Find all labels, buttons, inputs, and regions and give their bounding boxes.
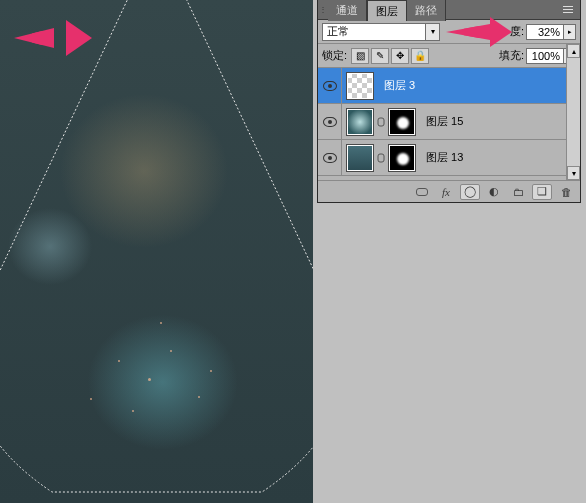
opacity-label: 度: <box>510 24 524 39</box>
sparkle <box>170 350 172 352</box>
layers-scrollbar[interactable]: ▴ ▾ <box>566 44 580 180</box>
mask-link-icon[interactable] <box>377 151 385 165</box>
new-group-icon[interactable]: 🗀 <box>508 184 528 200</box>
panel-menu-icon[interactable] <box>559 3 577 17</box>
fill-input[interactable]: 100% <box>526 48 564 64</box>
canvas-area[interactable] <box>0 0 313 503</box>
layer-name[interactable]: 图层 13 <box>426 150 463 165</box>
scroll-track[interactable] <box>567 58 580 166</box>
eye-icon <box>323 153 337 163</box>
opacity-value: 32% <box>538 26 560 38</box>
lock-pixels-icon[interactable]: ✎ <box>371 48 389 64</box>
fill-value: 100% <box>532 50 560 62</box>
layer-visibility-toggle[interactable] <box>318 68 342 103</box>
blend-mode-select[interactable]: 正常 <box>322 23 426 41</box>
tab-layers[interactable]: 图层 <box>367 0 407 21</box>
fill-label: 填充: <box>499 48 524 63</box>
sparkle <box>198 396 200 398</box>
sparkle <box>118 360 120 362</box>
delete-layer-icon[interactable]: 🗑 <box>556 184 576 200</box>
tab-channels[interactable]: 通道 <box>328 0 367 21</box>
scroll-up-icon[interactable]: ▴ <box>567 44 580 58</box>
sparkle <box>148 378 151 381</box>
layer-thumbnail[interactable] <box>346 144 374 172</box>
new-layer-icon[interactable]: ❏ <box>532 184 552 200</box>
opacity-input[interactable]: 32% <box>526 24 564 40</box>
layer-name[interactable]: 图层 3 <box>384 78 415 93</box>
link-layers-icon[interactable] <box>412 184 432 200</box>
fx-icon[interactable]: fx <box>436 184 456 200</box>
svg-rect-0 <box>378 118 384 126</box>
eye-icon <box>323 81 337 91</box>
layer-visibility-toggle[interactable] <box>318 140 342 175</box>
layer-mask-thumbnail[interactable] <box>388 108 416 136</box>
layers-panel: ⋮ 通道 图层 路径 正常 ▾ <box>318 0 580 202</box>
layer-row[interactable]: 图层 3 <box>318 68 580 104</box>
layers-list: 图层 3 图层 15 <box>318 68 580 180</box>
panel-tabbar: ⋮ 通道 图层 路径 <box>318 0 580 20</box>
svg-rect-1 <box>378 154 384 162</box>
layer-row[interactable]: 图层 15 <box>318 104 580 140</box>
tab-paths[interactable]: 路径 <box>407 0 446 21</box>
panel-footer: fx ◯ ◐ 🗀 ❏ 🗑 <box>318 180 580 202</box>
sparkle <box>210 370 212 372</box>
blend-mode-value: 正常 <box>327 24 349 39</box>
panel-grip-icon[interactable]: ⋮ <box>318 5 328 14</box>
layer-thumbnail[interactable] <box>346 108 374 136</box>
sparkle <box>160 322 162 324</box>
add-mask-icon[interactable]: ◯ <box>460 184 480 200</box>
scroll-down-icon[interactable]: ▾ <box>567 166 580 180</box>
opacity-caret-icon[interactable]: ▸ <box>564 24 576 40</box>
mask-link-icon[interactable] <box>377 115 385 129</box>
layer-name[interactable]: 图层 15 <box>426 114 463 129</box>
sparkle <box>90 398 92 400</box>
lock-transparent-icon[interactable]: ▧ <box>351 48 369 64</box>
eye-icon <box>323 117 337 127</box>
lock-position-icon[interactable]: ✥ <box>391 48 409 64</box>
lock-label: 锁定: <box>322 48 347 63</box>
lock-all-icon[interactable]: 🔒 <box>411 48 429 64</box>
layer-mask-thumbnail[interactable] <box>388 144 416 172</box>
layer-thumbnail[interactable] <box>346 72 374 100</box>
canvas-background <box>0 0 313 503</box>
blend-mode-caret-icon[interactable]: ▾ <box>426 23 440 41</box>
sparkle <box>132 410 134 412</box>
adjustment-layer-icon[interactable]: ◐ <box>484 184 504 200</box>
layer-visibility-toggle[interactable] <box>318 104 342 139</box>
layer-row[interactable]: 图层 13 <box>318 140 580 176</box>
